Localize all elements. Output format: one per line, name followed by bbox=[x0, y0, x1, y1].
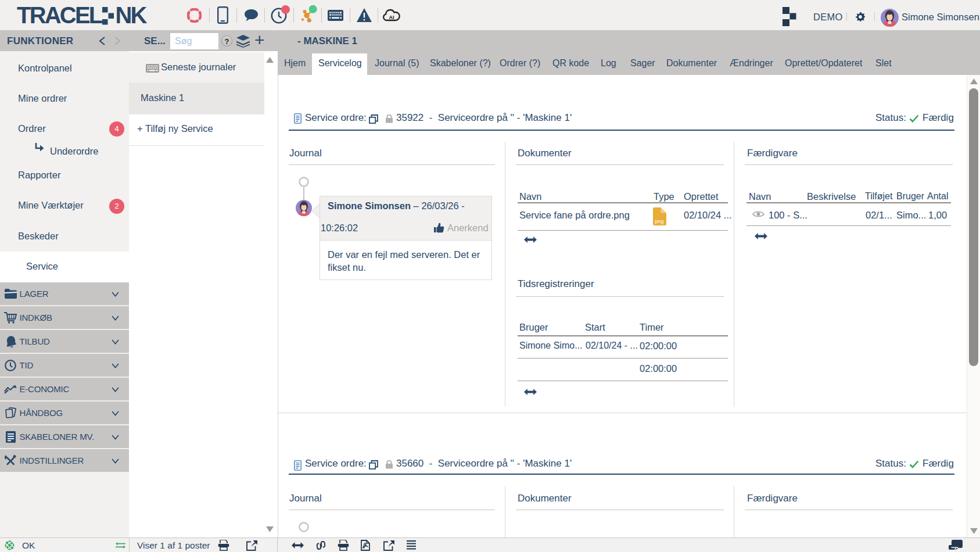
svg-text:png: png bbox=[655, 218, 663, 224]
svg-text:AI: AI bbox=[389, 15, 394, 20]
